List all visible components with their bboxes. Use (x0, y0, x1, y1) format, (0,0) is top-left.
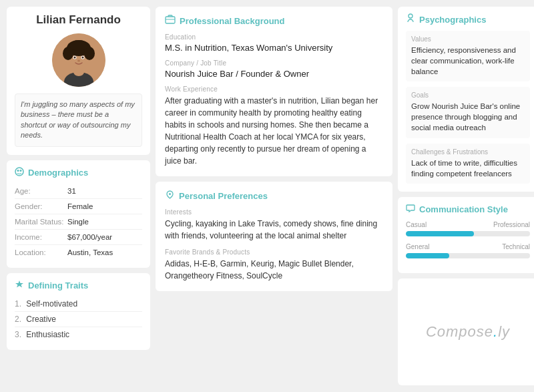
comm-header: Communication Style (406, 204, 530, 216)
comm-bar-general-technical: General Technical (406, 243, 530, 258)
traits-icon (15, 280, 24, 291)
education-field: Education M.S. in Nutrition, Texas Woman… (165, 33, 383, 53)
logo-word: Compose.ly (426, 323, 510, 340)
brands-field: Favorite Brands & Products Adidas, H-E-B… (165, 248, 383, 282)
comm-bar-fill-1 (406, 231, 474, 236)
psycho-goals-label: Goals (411, 91, 525, 99)
psycho-challenges: Challenges & Frustrations Lack of time t… (406, 144, 530, 184)
professional-background-section: Professional Background Education M.S. i… (156, 7, 392, 176)
demographics-icon (15, 167, 24, 178)
personal-preferences-section: Personal Preferences Interests Cycling, … (156, 182, 392, 291)
profile-name: Lilian Fernando (36, 13, 121, 27)
demographics-title: Demographics (28, 168, 88, 178)
psychographics-section: Psychographics Values Efficiency, respon… (398, 7, 534, 192)
logo-text: Compose.ly (426, 323, 510, 341)
demo-income-label: Income: (15, 233, 65, 241)
comm-label-professional: Professional (493, 221, 530, 228)
demographics-section: Demographics Age: 31 Gender: Female Mari… (7, 160, 150, 268)
psycho-icon (406, 13, 415, 25)
pro-bg-icon (165, 15, 176, 27)
demo-age-label: Age: (15, 187, 65, 195)
demo-gender-label: Gender: (15, 202, 65, 210)
psycho-values: Values Efficiency, responsiveness and cl… (406, 31, 530, 81)
comm-label-casual: Casual (406, 221, 427, 228)
interests-label: Interests (165, 208, 383, 216)
comm-bar-labels-2: General Technical (406, 243, 530, 250)
traits-header: Defining Traits (15, 280, 142, 291)
psycho-challenges-value: Lack of time to write, difficulties find… (411, 158, 525, 179)
svg-point-7 (69, 40, 88, 51)
prefs-title: Personal Preferences (179, 191, 268, 201)
left-column: Lilian Fernando (7, 7, 150, 385)
demo-age: Age: 31 (15, 184, 142, 199)
demo-marital-label: Marital Status: (15, 218, 65, 226)
pro-bg-header: Professional Background (165, 15, 383, 27)
education-value: M.S. in Nutrition, Texas Woman's Univers… (165, 43, 383, 53)
svg-rect-16 (166, 17, 175, 23)
trait-2-value: Creative (26, 315, 56, 324)
trait-3-value: Enthusiastic (26, 330, 69, 339)
demo-gender: Gender: Female (15, 199, 142, 214)
experience-field: Work Experience After graduating with a … (165, 85, 383, 167)
psycho-goals: Goals Grow Nourish Juice Bar's online pr… (406, 87, 530, 138)
demographics-list: Age: 31 Gender: Female Marital Status: S… (15, 184, 142, 260)
psycho-goals-value: Grow Nourish Juice Bar's online presence… (411, 101, 525, 133)
profile-quote: I'm juggling so many aspects of my busin… (15, 93, 142, 147)
svg-point-14 (17, 170, 19, 172)
svg-point-12 (77, 60, 80, 62)
demo-income: Income: $67,000/year (15, 230, 142, 245)
comm-title: Communication Style (419, 204, 508, 214)
defining-traits-section: Defining Traits 1. Self-motivated 2. Cre… (7, 273, 150, 350)
interests-value: Cycling, kayaking in Lake Travis, comedy… (165, 218, 383, 242)
brands-value: Adidas, H-E-B, Garmin, Keurig, Magic Bul… (165, 258, 383, 282)
psycho-challenges-label: Challenges & Frustrations (411, 148, 525, 156)
demo-marital: Marital Status: Single (15, 214, 142, 230)
interests-field: Interests Cycling, kayaking in Lake Trav… (165, 208, 383, 242)
demo-age-value: 31 (67, 187, 76, 195)
right-column: Psychographics Values Efficiency, respon… (398, 7, 534, 385)
svg-point-19 (409, 14, 413, 18)
svg-point-15 (20, 170, 22, 172)
page-container: Lilian Fernando (0, 0, 534, 392)
experience-label: Work Experience (165, 85, 383, 93)
trait-1-value: Self-motivated (26, 299, 77, 309)
middle-column: Professional Background Education M.S. i… (156, 7, 392, 385)
comm-bar-fill-2 (406, 253, 449, 258)
compose-logo: Compose.ly (398, 278, 534, 385)
psycho-header: Psychographics (406, 13, 530, 25)
traits-title: Defining Traits (28, 280, 88, 290)
comm-label-general: General (406, 243, 430, 250)
education-label: Education (165, 33, 383, 41)
demo-location-label: Location: (15, 248, 65, 256)
trait-1: 1. Self-motivated (15, 297, 142, 312)
svg-point-10 (73, 57, 75, 59)
demo-income-value: $67,000/year (67, 233, 112, 241)
demo-location: Location: Austin, Texas (15, 245, 142, 260)
prefs-header: Personal Preferences (165, 190, 383, 202)
comm-bar-track-1 (406, 231, 530, 236)
demo-marital-value: Single (67, 218, 89, 226)
avatar (52, 33, 105, 87)
comm-bar-labels-1: Casual Professional (406, 221, 530, 228)
profile-card: Lilian Fernando (7, 7, 150, 155)
brands-label: Favorite Brands & Products (165, 248, 383, 256)
demo-location-value: Austin, Texas (67, 248, 113, 256)
company-label: Company / Job Title (165, 59, 383, 67)
psycho-values-value: Efficiency, responsiveness and clear com… (411, 45, 525, 77)
traits-list: 1. Self-motivated 2. Creative 3. Enthusi… (15, 297, 142, 342)
company-value: Nourish Juice Bar / Founder & Owner (165, 69, 383, 79)
comm-icon (406, 204, 415, 216)
demo-gender-value: Female (67, 202, 93, 210)
svg-point-11 (81, 57, 83, 59)
comm-bar-track-2 (406, 253, 530, 258)
comm-label-technical: Technical (502, 243, 530, 250)
svg-point-18 (169, 193, 171, 195)
psycho-values-label: Values (411, 35, 525, 43)
experience-value: After graduating with a master's in nutr… (165, 95, 383, 167)
psycho-title: Psychographics (419, 15, 486, 25)
trait-3: 3. Enthusiastic (15, 327, 142, 342)
company-field: Company / Job Title Nourish Juice Bar / … (165, 59, 383, 79)
prefs-icon (165, 190, 175, 202)
trait-2: 2. Creative (15, 312, 142, 327)
svg-point-13 (15, 168, 23, 176)
